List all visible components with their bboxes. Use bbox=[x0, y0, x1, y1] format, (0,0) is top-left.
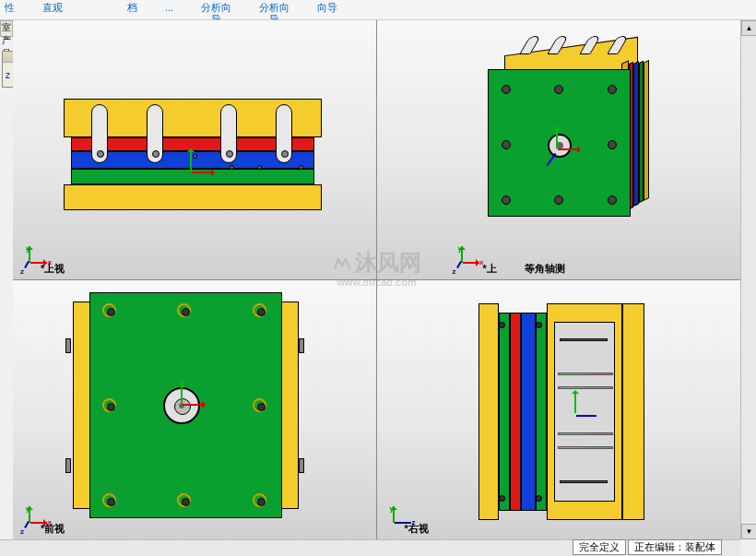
view-label-top: *上视 bbox=[41, 262, 65, 276]
horizontal-scrollbar[interactable]: 完全定义 正在编辑：装配体 bbox=[0, 539, 740, 556]
view-label-iso-1: *上 bbox=[483, 262, 497, 276]
viewport-isometric[interactable]: y x z *上 等角轴测 bbox=[377, 20, 741, 280]
menu-properties[interactable]: 性 bbox=[5, 2, 15, 14]
origin-triad bbox=[159, 382, 205, 428]
menu-intuitive[interactable]: 直观 bbox=[42, 2, 63, 14]
view-triad: y x z bbox=[451, 246, 478, 274]
menu-more[interactable]: ... bbox=[165, 2, 173, 14]
scroll-down-icon[interactable]: ▼ bbox=[741, 524, 756, 539]
origin-triad bbox=[534, 126, 580, 172]
status-bar: 完全定义 正在编辑：装配体 bbox=[573, 539, 722, 555]
view-label-iso-2: 等角轴测 bbox=[525, 262, 565, 276]
origin-triad bbox=[552, 391, 598, 437]
left-tab-product[interactable]: 室产品 bbox=[0, 20, 13, 37]
view-label-right: *右视 bbox=[405, 522, 429, 536]
scroll-up-icon[interactable]: ▲ bbox=[741, 20, 756, 36]
z-axis-label: z bbox=[6, 70, 10, 80]
menu-wizard[interactable]: 向导 bbox=[317, 2, 337, 14]
viewport-right[interactable]: y z *右视 bbox=[377, 280, 741, 540]
viewport-area: y x z *上视 bbox=[13, 20, 740, 539]
menu-bar: 性 直观 档 ... 分析向 导 分析向 导 向导 bbox=[0, 0, 756, 20]
view-label-front: *前视 bbox=[41, 522, 65, 536]
viewport-top[interactable]: y x z *上视 bbox=[13, 20, 377, 280]
status-editing: 正在编辑：装配体 bbox=[628, 539, 722, 555]
vertical-scrollbar[interactable]: ▲ ▼ bbox=[740, 20, 756, 539]
status-defined: 完全定义 bbox=[573, 539, 626, 555]
viewport-front[interactable]: y x z *前视 bbox=[13, 280, 377, 540]
menu-file[interactable]: 档 bbox=[127, 2, 137, 14]
origin-triad bbox=[168, 149, 214, 195]
